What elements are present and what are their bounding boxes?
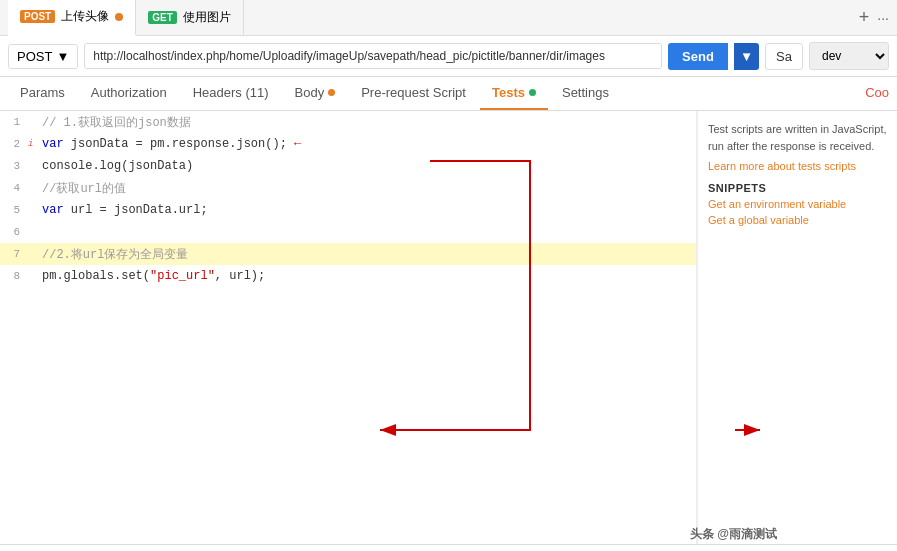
- bottom-tabs-bar: Body Cookies (2) Headers (12) Test Resul…: [0, 545, 897, 551]
- bottom-tab-body[interactable]: Body: [8, 545, 38, 551]
- app-container: POST 上传头像 GET 使用图片 + ··· POST ▼ Send ▼ S…: [0, 0, 897, 551]
- line-number-3: 3: [4, 160, 28, 172]
- url-input[interactable]: [84, 43, 662, 69]
- watermark: 头条 @雨滴测试: [690, 526, 777, 543]
- tab-dot-upload: [115, 13, 123, 21]
- tab-settings[interactable]: Settings: [550, 77, 621, 110]
- code-line-4: 4 //获取url的值: [0, 177, 696, 199]
- snippet-global-variable[interactable]: Get a global variable: [708, 214, 887, 226]
- bottom-tab-headers[interactable]: Headers (12): [136, 545, 212, 551]
- tab-body-label: Body: [295, 85, 325, 100]
- main-content: 1 // 1.获取返回的json数据 2 i var jsonData = pm…: [0, 111, 897, 544]
- code-text-3: console.log(jsonData): [42, 159, 692, 173]
- body-dot-icon: [328, 89, 335, 96]
- tab-settings-label: Settings: [562, 85, 609, 100]
- line-number-1: 1: [4, 116, 28, 128]
- code-text-2: var jsonData = pm.response.json(); ←: [42, 137, 692, 151]
- tab-bar: POST 上传头像 GET 使用图片 + ···: [0, 0, 897, 36]
- code-line-6: 6: [0, 221, 696, 243]
- tab-method-get: GET: [148, 11, 177, 24]
- code-text-1: // 1.获取返回的json数据: [42, 114, 692, 131]
- line-number-5: 5: [4, 204, 28, 216]
- code-line-5: 5 var url = jsonData.url;: [0, 199, 696, 221]
- learn-more-link[interactable]: Learn more about tests scripts: [708, 160, 887, 172]
- code-line-8: 8 pm.globals.set("pic_url", url);: [0, 265, 696, 287]
- tab-upload[interactable]: POST 上传头像: [8, 0, 136, 36]
- more-tabs-button[interactable]: ···: [877, 10, 889, 26]
- tab-actions: + ···: [859, 7, 889, 28]
- code-editor[interactable]: 1 // 1.获取返回的json数据 2 i var jsonData = pm…: [0, 111, 697, 544]
- tab-authorization-label: Authorization: [91, 85, 167, 100]
- code-text-4: //获取url的值: [42, 180, 692, 197]
- tab-prerequest[interactable]: Pre-request Script: [349, 77, 478, 110]
- cookies-link[interactable]: Coo: [865, 77, 889, 110]
- save-button[interactable]: Sa: [765, 43, 803, 70]
- nav-tabs: Params Authorization Headers (11) Body P…: [0, 77, 897, 111]
- tab-label-image: 使用图片: [183, 9, 231, 26]
- code-line-2: 2 i var jsonData = pm.response.json(); ←: [0, 133, 696, 155]
- code-line-1: 1 // 1.获取返回的json数据: [0, 111, 696, 133]
- new-tab-button[interactable]: +: [859, 7, 870, 28]
- snippets-section: SNIPPETS Get an environment variable Get…: [708, 182, 887, 226]
- snippet-env-variable[interactable]: Get an environment variable: [708, 198, 887, 210]
- tab-image[interactable]: GET 使用图片: [136, 0, 244, 36]
- sidebar-description: Test scripts are written in JavaScript, …: [708, 121, 887, 154]
- tests-dot-icon: [529, 89, 536, 96]
- code-line-3: 3 console.log(jsonData): [0, 155, 696, 177]
- url-bar: POST ▼ Send ▼ Sa dev: [0, 36, 897, 77]
- tab-params[interactable]: Params: [8, 77, 77, 110]
- method-dropdown[interactable]: POST ▼: [8, 44, 78, 69]
- code-text-7: //2.将url保存为全局变量: [42, 246, 692, 263]
- bottom-tab-cookies[interactable]: Cookies (2): [54, 545, 120, 551]
- tab-authorization[interactable]: Authorization: [79, 77, 179, 110]
- tab-params-label: Params: [20, 85, 65, 100]
- tab-tests-label: Tests: [492, 85, 525, 100]
- line-number-6: 6: [4, 226, 28, 238]
- code-text-8: pm.globals.set("pic_url", url);: [42, 269, 692, 283]
- code-line-7: 7 //2.将url保存为全局变量: [0, 243, 696, 265]
- environment-select[interactable]: dev: [809, 42, 889, 70]
- tab-prerequest-label: Pre-request Script: [361, 85, 466, 100]
- tab-label-upload: 上传头像: [61, 8, 109, 25]
- line-number-4: 4: [4, 182, 28, 194]
- line-icon-2: i: [28, 139, 42, 149]
- line-number-2: 2: [4, 138, 28, 150]
- method-chevron-icon: ▼: [56, 49, 69, 64]
- snippets-label: SNIPPETS: [708, 182, 887, 194]
- tab-tests[interactable]: Tests: [480, 77, 548, 110]
- bottom-panel: Body Cookies (2) Headers (12) Test Resul…: [0, 544, 897, 551]
- send-dropdown-button[interactable]: ▼: [734, 43, 759, 70]
- send-button[interactable]: Send: [668, 43, 728, 70]
- tab-headers[interactable]: Headers (11): [181, 77, 281, 110]
- line-number-8: 8: [4, 270, 28, 282]
- tab-headers-label: Headers (11): [193, 85, 269, 100]
- tab-body[interactable]: Body: [283, 77, 348, 110]
- line-number-7: 7: [4, 248, 28, 260]
- editor-sidebar: Test scripts are written in JavaScript, …: [697, 111, 897, 544]
- bottom-tab-test-results[interactable]: Test Results: [228, 545, 299, 551]
- method-value: POST: [17, 49, 52, 64]
- code-text-5: var url = jsonData.url;: [42, 203, 692, 217]
- tab-method-post: POST: [20, 10, 55, 23]
